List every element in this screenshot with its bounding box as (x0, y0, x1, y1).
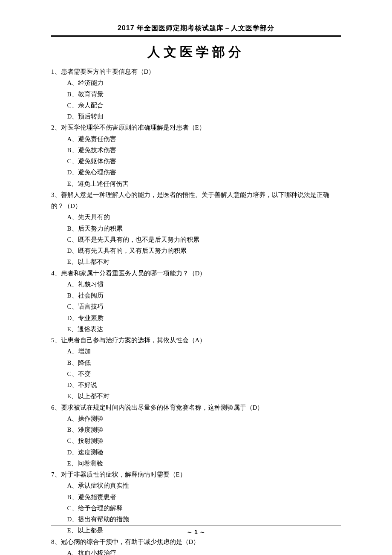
question-text: 7、对于非器质性的症状，解释病情时需要（E） (51, 469, 341, 480)
question-option: A、操作测验 (67, 413, 341, 424)
question-option: A、避免责任伤害 (67, 133, 341, 145)
question-text: 6、要求被试在规定时间内说出尽量多的体育竞赛名称，这种测验属于（D） (51, 402, 341, 413)
page-title: 人文医学部分 (51, 43, 341, 61)
question-option: D、专业素质 (67, 312, 341, 324)
question-option: D、预后转归 (67, 111, 341, 122)
question-option: B、降低 (67, 357, 341, 368)
question-text: 1、患者需要医方的主要信息有（D） (51, 66, 341, 77)
question-text: 2、对医学伦理学不伤害原则的准确理解是对患者（E） (51, 122, 341, 133)
question-option: E、以上都不对 (67, 256, 341, 267)
page-footer: ～ 1 ～ (0, 525, 392, 536)
question-option: C、给予合理的解释 (67, 503, 341, 514)
question-option: D、避免心理伤害 (67, 167, 341, 178)
question-option: E、避免上述任何伤害 (67, 178, 341, 189)
question-option: E、通俗表达 (67, 324, 341, 335)
page-number: ～ 1 ～ (187, 529, 205, 535)
question-option: C、亲人配合 (67, 100, 341, 111)
question-option: C、避免躯体伤害 (67, 156, 341, 167)
question-option: B、避免技术伤害 (67, 145, 341, 156)
question-text: 4、患者和家属十分看重医务人员的哪一项能力？（D） (51, 268, 341, 279)
question-option: A、先天具有的 (67, 211, 341, 223)
question-option: B、后天努力的积累 (67, 223, 341, 234)
question-option: B、教育背景 (67, 89, 341, 100)
question-text: 3、善解人意是一种理解人心的能力，是医者的悟性。关于善解人意能力培养，以下哪种说… (51, 189, 341, 212)
footer-divider (51, 525, 341, 526)
questions-container: 1、患者需要医方的主要信息有（D）A、经济能力B、教育背景C、亲人配合D、预后转… (51, 66, 341, 555)
question-option: C、不变 (67, 368, 341, 379)
question-option: B、避免指责患者 (67, 491, 341, 503)
question-option: A、礼貌习惯 (67, 279, 341, 290)
question-option: C、语言技巧 (67, 301, 341, 312)
question-text: 8、冠心病的综合干预中，有助于减少焦虑的是（D） (51, 536, 341, 547)
question-option: D、既有先天具有的，又有后天努力的积累 (67, 245, 341, 256)
question-option: A、经济能力 (67, 77, 341, 88)
question-option: A、增加 (67, 346, 341, 357)
question-option: E、问卷测验 (67, 458, 341, 469)
question-option: B、难度测验 (67, 424, 341, 435)
question-option: C、投射测验 (67, 435, 341, 446)
question-option: A、承认症状的真实性 (67, 480, 341, 491)
question-option: D、速度测验 (67, 447, 341, 458)
page-header: 2017 年全国医师定期考核试题库－人文医学部分 (51, 24, 341, 37)
question-option: D、提出有帮助的措施 (67, 514, 341, 525)
question-option: C、既不是先天具有的，也不是后天努力的积累 (67, 234, 341, 245)
question-option: B、社会阅历 (67, 290, 341, 301)
question-option: E、以上都不对 (67, 390, 341, 402)
question-option: A、抗血小板治疗 (67, 547, 341, 555)
question-text: 5、让患者自己参与治疗方案的选择，其依从性会（A） (51, 335, 341, 346)
question-option: D、不好说 (67, 379, 341, 390)
